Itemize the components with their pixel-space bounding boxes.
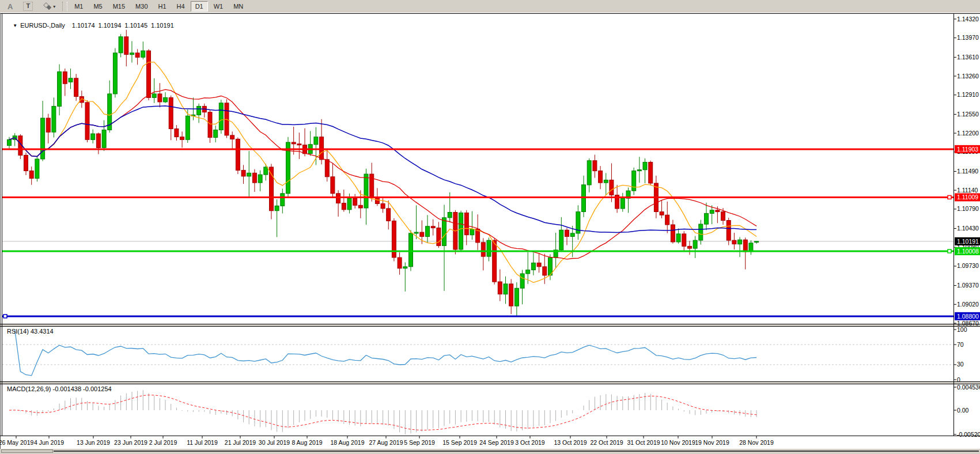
date-tick-label: 5 Sep 2019 bbox=[404, 439, 435, 446]
svg-text:1.11903: 1.11903 bbox=[957, 146, 978, 153]
arrow-text-tool-button[interactable]: A bbox=[3, 1, 17, 12]
macd-indicator-label: MACD(12,26,9) -0.001438 -0.001254 bbox=[7, 385, 112, 392]
candle bbox=[392, 218, 396, 262]
date-tick-label: 24 Sep 2019 bbox=[479, 439, 514, 446]
text-tool-icon: T bbox=[23, 2, 33, 11]
rsi-tick-label: 0 bbox=[957, 376, 960, 383]
price-tick-label: 1.11140 bbox=[957, 187, 978, 194]
chevron-down-icon: ▾ bbox=[53, 4, 55, 9]
candle bbox=[453, 210, 457, 255]
date-tick-label: 31 Oct 2019 bbox=[627, 439, 660, 446]
macd-tick-label: 0.00 bbox=[957, 407, 969, 414]
line-handle[interactable] bbox=[948, 195, 951, 199]
timeframe-button-m30[interactable]: M30 bbox=[131, 1, 152, 12]
candle bbox=[35, 156, 39, 181]
price-tick-label: 1.12550 bbox=[957, 111, 979, 118]
timeframe-button-mn[interactable]: MN bbox=[229, 1, 248, 12]
date-tick-label: 8 Aug 2019 bbox=[292, 439, 322, 446]
timeframe-button-h4[interactable]: H4 bbox=[172, 1, 190, 12]
price-tick-label: 1.09730 bbox=[957, 262, 979, 269]
candle bbox=[649, 161, 653, 186]
date-tick-label: 21 Jul 2019 bbox=[225, 439, 256, 446]
candle bbox=[219, 100, 223, 134]
toolbar: AT▾M1M5M15M30H1H4D1W1MN bbox=[0, 0, 980, 13]
candle bbox=[632, 168, 636, 195]
date-tick-label: 11 Jul 2019 bbox=[187, 439, 218, 446]
date-tick-label: 23 Jun 2019 bbox=[114, 439, 147, 446]
svg-text:1.11009: 1.11009 bbox=[957, 194, 978, 200]
price-tick-label: 1.12910 bbox=[957, 91, 979, 98]
rsi-tick-label: 100 bbox=[957, 326, 967, 333]
price-tick-label: 1.14320 bbox=[957, 16, 979, 22]
level-price-badge: 1.11009 bbox=[955, 193, 980, 201]
ohlc-open: 1.10174 bbox=[72, 22, 95, 29]
level-price-badge: 1.11903 bbox=[955, 145, 980, 153]
date-tick-label: 18 Aug 2019 bbox=[331, 439, 365, 446]
svg-text:1.08800: 1.08800 bbox=[957, 313, 979, 320]
scrollbar-thumb[interactable] bbox=[1, 449, 53, 453]
date-tick-label: 27 Aug 2019 bbox=[369, 439, 403, 446]
level-price-badge: 1.08800 bbox=[955, 312, 980, 320]
price-tick-label: 1.09370 bbox=[957, 282, 979, 289]
timeframe-button-m15[interactable]: M15 bbox=[108, 1, 130, 12]
price-tick-label: 1.10430 bbox=[957, 225, 979, 232]
chart-symbol-label: EURUSD-,Daily bbox=[20, 22, 65, 29]
timeframe-button-w1[interactable]: W1 bbox=[209, 1, 228, 12]
date-tick-label: 28 Nov 2019 bbox=[739, 439, 774, 446]
candle bbox=[286, 137, 290, 198]
bid-price-badge: 1.10191 bbox=[955, 237, 980, 245]
rsi-tick-label: 70 bbox=[957, 341, 964, 348]
macd-tick-label: 0.004536 bbox=[957, 384, 980, 391]
date-tick-label: 13 Oct 2019 bbox=[554, 439, 587, 446]
line-handle[interactable] bbox=[948, 249, 951, 253]
svg-text:1.10008: 1.10008 bbox=[957, 248, 979, 255]
rsi-indicator-label: RSI(14) 43.4314 bbox=[7, 328, 54, 335]
candle bbox=[18, 134, 22, 159]
chart-canvas: 1.143201.139701.136101.132601.129101.125… bbox=[0, 13, 980, 454]
candle bbox=[74, 74, 78, 101]
text-label-tool-button[interactable]: T bbox=[18, 1, 37, 12]
svg-text:1.10191: 1.10191 bbox=[957, 238, 979, 245]
shapes-tool-button[interactable]: ▾ bbox=[39, 1, 60, 12]
date-tick-label: 19 Nov 2019 bbox=[695, 439, 729, 446]
chart-window: 1.143201.139701.136101.132601.129101.125… bbox=[0, 13, 980, 454]
date-tick-label: 2 Jul 2019 bbox=[149, 439, 177, 446]
price-tick-label: 1.13970 bbox=[957, 34, 979, 41]
chart-dropdown-icon[interactable]: ▼ bbox=[13, 23, 17, 28]
date-tick-label: 3 Oct 2019 bbox=[515, 439, 545, 446]
date-tick-label: 4 Jun 2019 bbox=[34, 439, 64, 446]
date-tick-label: 13 Jun 2019 bbox=[77, 439, 110, 446]
price-tick-label: 1.11490 bbox=[957, 168, 978, 175]
date-tick-label: 22 Oct 2019 bbox=[590, 439, 623, 446]
price-tick-label: 1.13260 bbox=[957, 73, 979, 80]
candle bbox=[236, 138, 240, 175]
level-price-badge: 1.10008 bbox=[955, 247, 980, 255]
date-tick-label: 15 Sep 2019 bbox=[442, 439, 477, 446]
ohlc-close: 1.10191 bbox=[151, 22, 174, 29]
date-tick-label: 30 Jul 2019 bbox=[259, 439, 290, 446]
horizontal-scrollbar bbox=[0, 449, 980, 454]
timeframe-button-h1[interactable]: H1 bbox=[154, 1, 171, 12]
price-tick-label: 1.13610 bbox=[957, 54, 979, 60]
macd-tick-label: -0.005205 bbox=[957, 431, 980, 438]
candle bbox=[147, 49, 151, 100]
ohlc-low: 1.10145 bbox=[124, 22, 147, 29]
candle bbox=[85, 100, 89, 142]
price-tick-label: 1.09020 bbox=[957, 301, 979, 308]
timeframe-button-d1[interactable]: D1 bbox=[191, 1, 208, 12]
toolbar-separator bbox=[62, 2, 67, 11]
ohlc-high: 1.10194 bbox=[99, 22, 122, 29]
chart-title: ▼EURUSD-,Daily1.101741.101941.101451.101… bbox=[6, 15, 177, 36]
candle bbox=[113, 48, 117, 98]
line-handle[interactable] bbox=[3, 315, 7, 318]
rsi-tick-label: 30 bbox=[957, 361, 964, 368]
timeframe-button-m5[interactable]: M5 bbox=[89, 1, 107, 12]
date-tick-label: 10 Nov 2019 bbox=[661, 439, 695, 446]
candle bbox=[459, 211, 463, 252]
scrollbar-track[interactable] bbox=[54, 451, 979, 452]
candle bbox=[225, 99, 229, 138]
price-tick-label: 1.10790 bbox=[957, 205, 979, 212]
price-tick-label: 1.12200 bbox=[957, 130, 979, 137]
timeframe-button-m1[interactable]: M1 bbox=[70, 1, 88, 12]
date-tick-label: 26 May 2019 bbox=[0, 439, 34, 446]
